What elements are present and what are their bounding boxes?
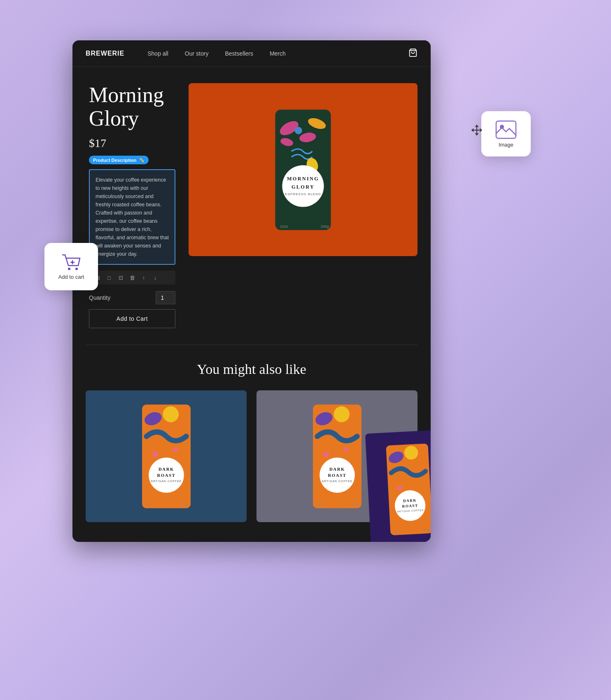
cart-card-label: Add to cart — [58, 274, 84, 280]
nav-our-story[interactable]: Our story — [185, 50, 209, 57]
cart-icon — [61, 253, 82, 271]
svg-text:ARTISAN COFFEE: ARTISAN COFFEE — [151, 480, 182, 483]
svg-rect-0 — [496, 121, 516, 138]
svg-point-3 — [75, 268, 78, 270]
svg-point-20 — [163, 406, 179, 422]
image-icon — [495, 120, 517, 139]
nav-links: Shop all Our story Bestsellers Merch — [147, 50, 392, 57]
svg-text:12oz: 12oz — [280, 224, 288, 229]
cart-annotation-card[interactable]: Add to cart — [44, 243, 98, 290]
nav-bestsellers[interactable]: Bestsellers — [225, 50, 253, 57]
toolbar-duplicate-btn[interactable]: ⊡ — [116, 273, 125, 282]
nav-shop-all[interactable]: Shop all — [147, 50, 168, 57]
svg-text:12oz: 12oz — [145, 502, 152, 506]
also-like-section: You might also like DARK ROAST — [72, 345, 431, 542]
svg-text:MORNING: MORNING — [287, 176, 319, 182]
svg-text:12oz: 12oz — [393, 530, 400, 533]
image-card-label: Image — [499, 142, 513, 148]
svg-text:DARK: DARK — [329, 467, 345, 472]
product-details: Morning Glory $17 Product Description ✏️… — [89, 83, 175, 328]
svg-text:240g: 240g — [321, 224, 329, 229]
navigation: BREWERIE Shop all Our story Bestsellers … — [72, 40, 431, 67]
add-to-cart-button[interactable]: Add to Cart — [89, 309, 175, 328]
product-price: $17 — [89, 137, 175, 150]
move-icon[interactable] — [470, 124, 483, 137]
recommendations-grid: DARK ROAST ARTISAN COFFEE 12oz 240g — [86, 390, 417, 522]
svg-text:ROAST: ROAST — [328, 473, 346, 478]
recommendation-card-2[interactable]: DARK ROAST ARTISAN COFFEE 12oz 240g — [257, 390, 417, 522]
dark-roast-bag-2: DARK ROAST ARTISAN COFFEE 12oz 240g — [306, 401, 368, 511]
svg-point-29 — [333, 406, 350, 422]
product-image: MORNING GLORY ESPRESSO BLEND 12oz 240g — [189, 83, 417, 256]
svg-text:240g: 240g — [180, 502, 187, 506]
quantity-input[interactable] — [156, 291, 175, 304]
quantity-row: Quantity — [89, 291, 175, 304]
svg-text:12oz: 12oz — [316, 502, 323, 506]
svg-text:ROAST: ROAST — [157, 473, 175, 478]
also-like-title: You might also like — [86, 362, 417, 377]
image-annotation-card: Image — [481, 111, 531, 156]
dark-roast-bag-1: DARK ROAST ARTISAN COFFEE 12oz 240g — [135, 401, 197, 511]
svg-text:DARK: DARK — [159, 467, 174, 472]
recommendation-card-1[interactable]: DARK ROAST ARTISAN COFFEE 12oz 240g — [86, 390, 247, 522]
description-text: Elevate your coffee experience to new he… — [96, 176, 169, 258]
svg-text:ESPRESSO BLEND: ESPRESSO BLEND — [285, 192, 321, 196]
quantity-label: Quantity — [89, 294, 110, 301]
brand-logo: BREWERIE — [86, 50, 124, 57]
toolbar-down-btn[interactable]: ↓ — [151, 273, 160, 282]
toolbar-copy-btn[interactable]: □ — [105, 273, 114, 282]
cart-button[interactable] — [408, 48, 417, 59]
nav-merch[interactable]: Merch — [270, 50, 286, 57]
svg-text:240g: 240g — [350, 502, 358, 506]
product-title: Morning Glory — [89, 83, 175, 130]
editor-toolbar: ⊞ □ ⊡ 🗑 ↑ ↓ — [89, 271, 175, 285]
product-section: Morning Glory $17 Product Description ✏️… — [72, 67, 431, 345]
morning-glory-bag: MORNING GLORY ESPRESSO BLEND 12oz 240g — [266, 105, 340, 235]
site-container: BREWERIE Shop all Our story Bestsellers … — [72, 40, 431, 542]
product-description-badge[interactable]: Product Description ✏️ — [89, 156, 149, 164]
toolbar-delete-btn[interactable]: 🗑 — [128, 273, 137, 282]
svg-point-9 — [295, 126, 302, 134]
floating-dark-roast-bag: DARK ROAST ARTISAN COFFEE 12oz 240g — [380, 440, 431, 539]
svg-text:ARTISAN COFFEE: ARTISAN COFFEE — [322, 480, 352, 483]
svg-point-2 — [68, 268, 70, 270]
description-box: Elevate your coffee experience to new he… — [89, 169, 175, 265]
toolbar-up-btn[interactable]: ↑ — [139, 273, 148, 282]
svg-text:GLORY: GLORY — [292, 184, 315, 189]
floating-purple-product: DARK ROAST ARTISAN COFFEE 12oz 240g — [365, 429, 431, 542]
